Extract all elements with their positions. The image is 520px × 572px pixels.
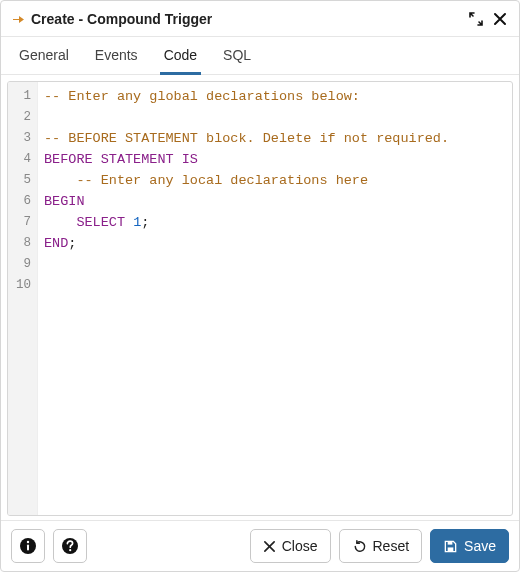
info-button[interactable] [11,529,45,563]
svg-rect-6 [448,541,453,544]
code-token [125,215,133,230]
code-line[interactable] [44,254,506,275]
line-number: 9 [8,254,37,275]
dialog-title: Create - Compound Trigger [31,11,212,27]
code-line[interactable]: SELECT 1; [44,212,506,233]
code-token: -- Enter any global declarations below: [44,89,360,104]
reset-button[interactable]: Reset [339,529,423,563]
save-button[interactable]: Save [430,529,509,563]
line-number: 10 [8,275,37,296]
trigger-icon [11,12,25,26]
code-line[interactable]: BEFORE STATEMENT IS [44,149,506,170]
line-number: 3 [8,128,37,149]
code-area[interactable]: -- Enter any global declarations below: … [38,82,512,300]
code-line[interactable] [44,275,506,296]
line-gutter: 12345678910 [8,82,38,515]
reset-button-label: Reset [373,538,410,554]
close-button-label: Close [282,538,318,554]
help-button[interactable] [53,529,87,563]
tab-sql[interactable]: SQL [219,39,255,75]
code-token: ; [141,215,149,230]
tab-code[interactable]: Code [160,39,201,75]
code-token [44,215,76,230]
svg-point-2 [27,541,29,543]
titlebar: Create - Compound Trigger [1,1,519,37]
close-icon[interactable] [491,10,509,28]
line-number: 6 [8,191,37,212]
save-icon [443,539,458,554]
line-number: 1 [8,86,37,107]
svg-rect-1 [27,545,29,551]
editor-wrap: 12345678910 -- Enter any global declarat… [1,75,519,520]
line-number: 7 [8,212,37,233]
tab-general[interactable]: General [15,39,73,75]
code-token: ; [68,236,76,251]
dialog: Create - Compound Trigger General Events… [0,0,520,572]
code-token: SELECT [76,215,125,230]
code-line[interactable] [44,107,506,128]
code-token: -- BEFORE STATEMENT block. Delete if not… [44,131,449,146]
code-token: END [44,236,68,251]
line-number: 4 [8,149,37,170]
fullscreen-icon[interactable] [467,10,485,28]
code-editor[interactable]: 12345678910 -- Enter any global declarat… [7,81,513,516]
code-line[interactable]: -- Enter any global declarations below: [44,86,506,107]
svg-point-4 [69,549,71,551]
footer: Close Reset Save [1,520,519,571]
tab-events[interactable]: Events [91,39,142,75]
x-icon [263,540,276,553]
code-token [44,173,76,188]
save-button-label: Save [464,538,496,554]
code-line[interactable]: -- Enter any local declarations here [44,170,506,191]
code-line[interactable]: -- BEFORE STATEMENT block. Delete if not… [44,128,506,149]
tabs: General Events Code SQL [1,37,519,75]
code-token: BEFORE STATEMENT IS [44,152,198,167]
svg-rect-5 [448,547,454,551]
code-line[interactable]: END; [44,233,506,254]
close-button[interactable]: Close [250,529,331,563]
line-number: 5 [8,170,37,191]
reset-icon [352,539,367,554]
line-number: 2 [8,107,37,128]
code-token: -- Enter any local declarations here [76,173,368,188]
code-token: BEGIN [44,194,85,209]
code-line[interactable]: BEGIN [44,191,506,212]
line-number: 8 [8,233,37,254]
